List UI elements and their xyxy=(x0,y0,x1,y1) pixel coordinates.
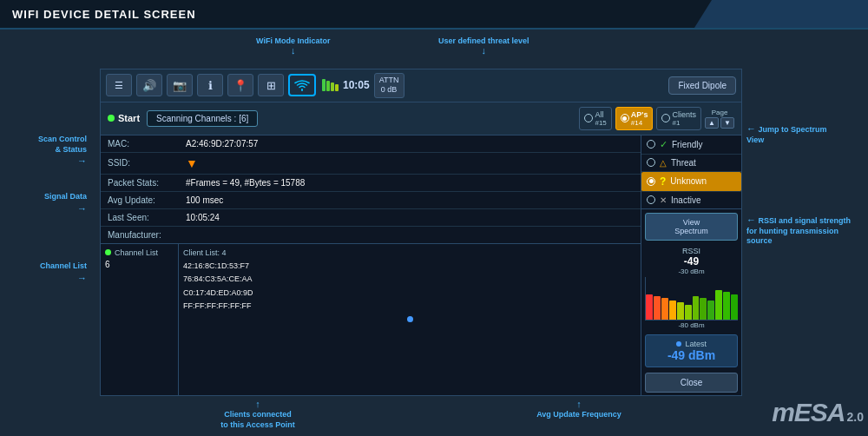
view-spectrum-button[interactable]: View Spectrum xyxy=(645,213,738,241)
avg-update-annotation: ↑ Avg Update Frequency xyxy=(536,398,621,420)
attn-display: ATTN 0 dB xyxy=(374,73,404,98)
rssi-bar xyxy=(654,296,661,320)
settings-button[interactable]: ⊞ xyxy=(258,74,284,96)
battery-indicator xyxy=(322,79,339,91)
tab-clients[interactable]: Clients #1 xyxy=(656,107,701,130)
client-list-box: Client List: 4 42:16:8C:1D:53:F7 76:84:C… xyxy=(179,244,641,395)
scan-control-annotation: Scan Control & Status → xyxy=(4,135,87,168)
threat-inactive[interactable]: ✕ Inactive xyxy=(641,192,741,208)
signal-bars-visual xyxy=(645,277,738,320)
start-indicator[interactable]: Start xyxy=(108,113,140,123)
threat-threat[interactable]: △ Threat xyxy=(641,155,741,172)
jump-spectrum-annotation: ← Jump to Spectrum View xyxy=(746,122,827,145)
page-down-button[interactable]: ▼ xyxy=(720,117,734,129)
rssi-bar xyxy=(707,301,714,320)
toolbar: ☰ 🔊 📷 ℹ 📍 ⊞ xyxy=(101,69,741,102)
tab-aps[interactable]: AP's #14 xyxy=(615,107,654,130)
threat-level-annotation: User defined threat level ↓ xyxy=(438,36,529,56)
ssid-row: SSID: ▼ xyxy=(101,153,641,175)
rssi-bar xyxy=(646,294,653,320)
manufacturer-row: Manufacturer: xyxy=(101,227,641,244)
last-seen-row: Last Seen: 10:05:24 xyxy=(101,209,641,227)
rssi-bar xyxy=(731,294,738,320)
rssi-bar xyxy=(661,298,668,320)
rssi-bar xyxy=(677,302,684,320)
latest-dot-indicator xyxy=(676,341,681,347)
rssi-bar xyxy=(715,290,722,320)
antenna-selector[interactable]: Fixed Dipole xyxy=(668,76,736,95)
clients-annotation: ↑ Clients connected to this Access Point xyxy=(220,398,295,431)
channel-value: 6 xyxy=(105,260,174,269)
channel-list-box: Channel List 6 xyxy=(101,244,179,395)
rssi-bar xyxy=(685,305,692,320)
rssi-section: RSSI -49 -30 dBm -80 dBm xyxy=(641,244,741,332)
rssi-bar xyxy=(669,301,676,320)
start-dot xyxy=(108,115,115,122)
rssi-bar xyxy=(700,298,707,320)
scan-control-row: Start Scanning Channels : [6] All #15 xyxy=(101,102,741,135)
latest-rssi-value: -49 dBm xyxy=(650,348,733,362)
channel-dot xyxy=(105,249,111,255)
client-3: C0:17:4D:ED:A0:9D xyxy=(183,287,636,300)
info-button[interactable]: ℹ xyxy=(197,74,223,96)
client-4: FF:FF:FF:FF:FF:FF xyxy=(183,300,636,313)
tab-all[interactable]: All #15 xyxy=(579,107,611,130)
location-button[interactable]: 📍 xyxy=(227,74,253,96)
latest-rssi-box: Latest -49 dBm xyxy=(645,334,738,367)
threat-panel: ✓ Friendly △ Threat xyxy=(641,135,741,209)
rssi-bar xyxy=(723,292,730,320)
signal-data-annotation: Signal Data → xyxy=(13,192,87,215)
time-display: 10:05 xyxy=(343,79,370,91)
scan-channels-display: Scanning Channels : [6] xyxy=(147,110,258,127)
mesa-logo: mESA 2.0 xyxy=(772,398,864,427)
close-button[interactable]: Close xyxy=(645,373,738,393)
camera-button[interactable]: 📷 xyxy=(167,74,193,96)
channel-list-annotation: Channel List → xyxy=(4,261,87,284)
client-2: 76:84:C3:5A:CE:AA xyxy=(183,273,636,286)
wifi-mode-annotation: WiFi Mode Indicator ↓ xyxy=(256,36,330,56)
page-title: WIFI DEVICE DETAIL SCREEN xyxy=(12,8,196,21)
volume-button[interactable]: 🔊 xyxy=(136,74,162,96)
client-1: 42:16:8C:1D:53:F7 xyxy=(183,260,636,273)
page-up-button[interactable]: ▲ xyxy=(705,117,719,129)
right-side-panel: ✓ Friendly △ Threat xyxy=(641,135,741,395)
mac-row: MAC: A2:46:9D:27:07:57 xyxy=(101,135,641,153)
threat-unknown[interactable]: ? Unknown xyxy=(641,172,741,192)
info-rows: MAC: A2:46:9D:27:07:57 SSID: ▼ Packet St… xyxy=(101,135,641,244)
avg-update-row: Avg Update: 100 msec xyxy=(101,192,641,209)
page-controls: Page ▲ ▼ xyxy=(705,109,734,129)
menu-button[interactable]: ☰ xyxy=(106,74,132,96)
wifi-mode-indicator xyxy=(288,74,316,96)
rssi-annotation: ← RSSI and signal strength for hunting t… xyxy=(746,214,851,247)
packet-stats-row: Packet Stats: #Frames = 49, #Bytes = 157… xyxy=(101,175,641,192)
threat-friendly[interactable]: ✓ Friendly xyxy=(641,135,741,155)
rssi-bar xyxy=(693,296,700,320)
device-panel: ☰ 🔊 📷 ℹ 📍 ⊞ xyxy=(100,69,742,396)
client-dot-indicator xyxy=(407,316,413,322)
